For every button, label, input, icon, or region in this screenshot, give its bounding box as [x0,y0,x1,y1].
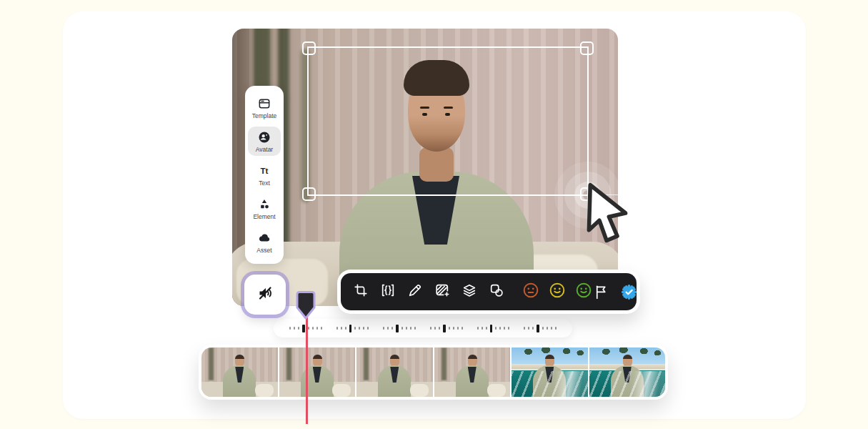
resize-handle-top-right[interactable] [580,41,594,55]
text-icon: Tt [257,164,271,178]
timeline-ruler[interactable] [274,319,572,337]
clip-strip [201,347,665,397]
tool-button-fit[interactable] [379,283,396,300]
reaction-button-reaction-great[interactable] [574,282,593,302]
sidebar-item-asset[interactable]: Asset [248,227,281,257]
timeline-clip[interactable] [434,347,511,397]
resize-handle-bottom-left[interactable] [302,187,316,201]
resize-handle-top-left[interactable] [302,41,316,55]
ruler-tick-group [383,325,416,332]
verified-badge-button[interactable] [620,283,638,301]
avatar-icon [257,130,271,144]
pointer-cursor-icon [574,181,638,254]
element-icon [257,197,271,212]
avatar-selection-box[interactable] [307,46,589,196]
ruler-tick-group [477,325,510,332]
svg-text:Tt: Tt [260,166,268,175]
tool-button-draw[interactable] [406,283,424,300]
asset-icon [257,231,271,245]
video-canvas[interactable] [232,29,618,306]
shapes-icon [489,282,504,301]
timeline-clip[interactable] [356,347,433,397]
timeline-track [199,345,668,400]
playhead-line [306,317,308,424]
neutral-face-icon [522,281,540,302]
tool-button-shapes[interactable] [488,283,505,300]
sidebar-item-label: Text [259,179,270,187]
reaction-group [521,282,593,302]
layers-icon [462,282,477,301]
sidebar-item-label: Template [252,112,277,119]
mute-icon [256,285,274,305]
tool-button-layers[interactable] [461,283,478,300]
sidebar-item-template[interactable]: Template [248,93,281,122]
ruler-tick-group [524,325,557,332]
sidebar-item-text[interactable]: Tt Text [248,160,281,189]
sidebar-item-label: Asset [256,247,271,254]
image-add-icon [434,282,450,301]
sidebar-item-avatar[interactable]: Avatar [248,127,281,156]
tools-sidebar: Template Avatar Tt Text Element Asset [245,86,284,264]
mute-button[interactable] [244,275,286,315]
smile-face-icon [548,281,567,302]
floating-toolbar-container [337,270,640,314]
timeline-clip[interactable] [589,347,666,397]
smile-face-icon [574,281,593,302]
ruler-tick-group [336,325,369,332]
crop-icon [353,282,369,301]
template-icon [257,97,271,111]
verified-badge-icon [620,291,638,303]
flag-icon [593,290,609,302]
floating-toolbar [341,273,637,310]
sidebar-item-label: Element [253,213,275,220]
sidebar-item-element[interactable]: Element [248,194,281,223]
fit-frame-icon [380,282,396,301]
tool-button-crop[interactable] [352,283,369,300]
tool-button-media-add[interactable] [434,283,451,300]
reaction-button-reaction-neutral[interactable] [521,282,540,302]
sidebar-item-label: Avatar [256,146,273,153]
reaction-button-reaction-happy[interactable] [547,282,567,302]
tool-group [352,283,505,300]
pen-icon [407,282,423,301]
timeline-clip[interactable] [512,347,588,397]
flag-button[interactable] [593,284,609,300]
ruler-tick-group [430,325,463,332]
timeline-clip[interactable] [279,347,356,397]
playhead-marker[interactable] [296,290,316,320]
timeline-clip[interactable] [201,347,278,397]
